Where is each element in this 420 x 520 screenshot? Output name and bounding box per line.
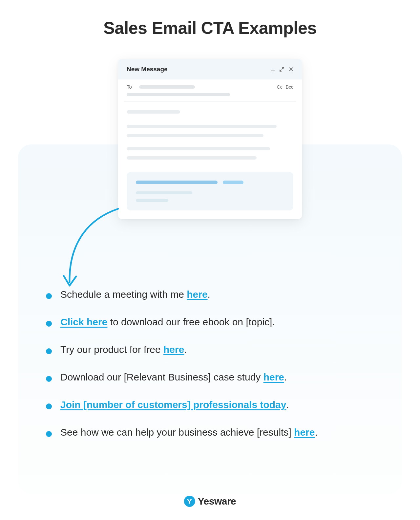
cta-highlight-block (127, 172, 293, 210)
cta-example: Schedule a meeting with me here. (46, 289, 387, 300)
page-title: Sales Email CTA Examples (0, 0, 420, 38)
cta-text: Join [number of customers] professionals… (60, 399, 289, 410)
cta-link[interactable]: here (263, 372, 284, 382)
cta-link[interactable]: here (187, 289, 207, 300)
cc-button[interactable]: Cc (277, 84, 283, 90)
brand-mark-icon: Y (184, 496, 195, 507)
bcc-button[interactable]: Bcc (286, 84, 293, 90)
cta-example: Download our [Relevant Business] case st… (46, 372, 387, 383)
email-compose-window: New Message To Cc Bcc (118, 59, 302, 219)
subject-row (118, 93, 302, 101)
cta-text: See how we can help your business achiev… (60, 427, 318, 438)
body-placeholder-line (127, 125, 277, 128)
expand-icon[interactable] (280, 67, 284, 72)
cta-text: Try our product for free here. (60, 344, 187, 355)
bullet-icon (46, 321, 52, 327)
cta-text: Schedule a meeting with me here. (60, 289, 210, 300)
to-label: To (127, 84, 134, 90)
cta-link[interactable]: here (163, 344, 184, 355)
cta-placeholder-bar (136, 191, 192, 194)
cta-placeholder-bar (223, 181, 243, 184)
subject-placeholder[interactable] (127, 93, 230, 96)
bullet-icon (46, 403, 52, 409)
cta-placeholder-bar (136, 181, 218, 184)
bullet-icon (46, 431, 52, 437)
bullet-icon (46, 348, 52, 354)
compose-title: New Message (127, 66, 168, 73)
brand-name: Yesware (198, 496, 236, 507)
close-icon[interactable] (289, 67, 293, 72)
cta-link[interactable]: Join [number of customers] professionals… (60, 399, 286, 410)
window-controls (270, 67, 293, 72)
cta-link[interactable]: Click here (60, 316, 107, 327)
cta-example: See how we can help your business achiev… (46, 427, 387, 438)
body-placeholder-line (127, 147, 270, 150)
compose-header: New Message (118, 59, 302, 79)
body-placeholder-line (127, 134, 263, 137)
body-placeholder-line (127, 110, 180, 114)
minimize-icon[interactable] (270, 67, 275, 72)
cta-examples-list: Schedule a meeting with me here. Click h… (46, 289, 387, 454)
compose-body (118, 102, 302, 169)
cta-example: Try our product for free here. (46, 344, 387, 355)
cta-text: Download our [Relevant Business] case st… (60, 372, 287, 383)
body-placeholder-line (127, 156, 257, 160)
brand-logo: Y Yesware (184, 496, 236, 507)
to-placeholder[interactable] (139, 85, 195, 89)
bullet-icon (46, 376, 52, 382)
cta-example: Click here to download our free ebook on… (46, 316, 387, 328)
cta-link[interactable]: here (294, 427, 315, 438)
cta-example: Join [number of customers] professionals… (46, 399, 387, 410)
compose-to-row: To Cc Bcc (118, 79, 302, 93)
bullet-icon (46, 293, 52, 299)
cta-text: Click here to download our free ebook on… (60, 316, 275, 328)
cta-placeholder-bar (136, 199, 168, 202)
